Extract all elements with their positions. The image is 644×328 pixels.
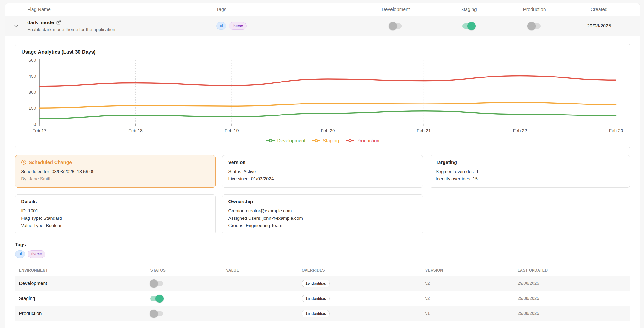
identities-button[interactable]: 15 identities	[302, 295, 330, 303]
tag-theme[interactable]: theme	[229, 22, 246, 30]
scheduled-change-card: Scheduled Change Scheduled for: 03/03/20…	[15, 155, 216, 188]
production-toggle[interactable]	[528, 23, 541, 29]
env-last-updated: 29/08/2025	[518, 281, 630, 286]
flag-name-cell: dark_mode Enable dark mode theme for the…	[27, 19, 216, 33]
env-col-last-updated: Last Updated	[518, 268, 630, 273]
env-value: –	[226, 281, 302, 286]
identity-overrides: Identity overrides: 15	[436, 175, 624, 183]
flag-name[interactable]: dark_mode	[27, 19, 54, 25]
assigned-users: Assigned Users: john@example.com	[228, 215, 417, 222]
collapse-row-button[interactable]	[5, 23, 27, 29]
info-cards-row-2: Details ID: 1001 Flag Type: Standard Val…	[15, 194, 630, 234]
version-card: Version Status: Active Live since: 01/02…	[222, 155, 423, 188]
usage-analytics-chart: 0150300450600Feb 17Feb 18Feb 19Feb 20Feb…	[22, 57, 624, 136]
tag-ui[interactable]: ui	[216, 22, 226, 30]
development-toggle-cell	[360, 23, 432, 29]
legend-development[interactable]: Development	[266, 138, 305, 143]
production-toggle-cell	[506, 23, 563, 29]
legend-label: Staging	[323, 138, 339, 143]
env-production-toggle[interactable]	[150, 311, 163, 316]
col-production: Production	[506, 7, 563, 12]
toggle-knob	[468, 22, 476, 30]
svg-text:300: 300	[28, 90, 36, 95]
scheduled-for: Scheduled for: 03/03/2026, 13:59:09	[21, 168, 210, 175]
svg-text:0: 0	[34, 122, 36, 127]
groups: Groups: Engineering Team	[228, 222, 417, 230]
created-date: 29/08/2025	[563, 23, 635, 29]
info-cards-row-1: Scheduled Change Scheduled for: 03/03/20…	[15, 155, 630, 188]
staging-toggle-cell	[432, 23, 506, 29]
svg-text:Feb 20: Feb 20	[320, 128, 335, 133]
toggle-knob	[528, 22, 536, 30]
env-row-staging: Staging – 15 identities v2 29/08/2025	[15, 291, 630, 306]
legend-label: Development	[277, 138, 305, 143]
svg-text:Feb 22: Feb 22	[513, 128, 527, 133]
env-last-updated: 29/08/2025	[518, 296, 630, 301]
env-version: v1	[425, 311, 518, 316]
creator: Creator: creator@example.com	[228, 207, 417, 215]
env-col-value: Value	[226, 268, 302, 273]
svg-text:Feb 21: Feb 21	[417, 128, 431, 133]
col-staging: Staging	[432, 7, 506, 12]
flag-tags: ui theme	[216, 22, 360, 30]
feature-flag-panel: Flag Name Tags Development Staging Produ…	[5, 3, 640, 328]
svg-text:Feb 18: Feb 18	[128, 128, 142, 133]
svg-text:Feb 23: Feb 23	[609, 128, 623, 133]
scheduled-change-title: Scheduled Change	[29, 160, 72, 165]
version-title: Version	[228, 160, 417, 165]
env-version: v2	[425, 296, 518, 301]
col-tags: Tags	[216, 7, 360, 12]
legend-marker-icon	[345, 139, 355, 142]
version-status: Status: Active	[228, 168, 417, 175]
svg-text:600: 600	[28, 58, 36, 63]
tag-theme[interactable]: theme	[28, 250, 45, 258]
value-type: Value Type: Boolean	[21, 222, 210, 230]
toggle-knob	[156, 295, 164, 303]
env-row-development: Development – 15 identities v2 29/08/202…	[15, 276, 630, 291]
svg-text:150: 150	[28, 106, 36, 111]
chevron-down-icon	[13, 23, 20, 29]
env-name: Development	[15, 281, 150, 286]
env-version: v2	[425, 281, 518, 286]
chart-legend: DevelopmentStagingProduction	[22, 136, 624, 145]
segment-overrides: Segment overrides: 1	[436, 168, 624, 175]
details-title: Details	[21, 199, 210, 204]
env-name: Staging	[15, 296, 150, 301]
environment-table: Environment Status Value Overrides Versi…	[15, 265, 630, 321]
svg-text:450: 450	[28, 74, 36, 79]
usage-analytics-card: Usage Analytics (Last 30 Days) 015030045…	[15, 43, 630, 148]
toggle-knob	[150, 310, 158, 318]
col-created: Created	[563, 7, 635, 12]
targeting-title: Targeting	[436, 160, 624, 165]
version-live-since: Live since: 01/02/2024	[228, 175, 417, 183]
staging-toggle[interactable]	[462, 23, 475, 29]
env-name: Production	[15, 311, 150, 316]
legend-staging[interactable]: Staging	[312, 138, 339, 143]
details-card: Details ID: 1001 Flag Type: Standard Val…	[15, 194, 216, 234]
identities-button[interactable]: 15 identities	[302, 310, 330, 318]
flag-type: Flag Type: Standard	[21, 215, 210, 222]
env-row-production: Production – 15 identities v1 29/08/2025	[15, 306, 630, 321]
env-col-environment: Environment	[15, 268, 150, 273]
env-value: –	[226, 311, 302, 316]
development-toggle[interactable]	[390, 23, 402, 29]
flag-row-dark-mode[interactable]: dark_mode Enable dark mode theme for the…	[5, 15, 640, 36]
legend-marker-icon	[312, 139, 321, 142]
flag-description: Enable dark mode theme for the applicati…	[27, 27, 216, 32]
col-flag-name: Flag Name	[27, 7, 216, 12]
env-development-toggle[interactable]	[150, 281, 163, 286]
tag-ui[interactable]: ui	[15, 250, 25, 258]
legend-label: Production	[356, 138, 380, 143]
env-staging-toggle[interactable]	[150, 296, 163, 301]
external-link-icon[interactable]	[56, 20, 61, 25]
flag-details-expanded: Usage Analytics (Last 30 Days) 015030045…	[5, 36, 640, 328]
legend-production[interactable]: Production	[345, 138, 380, 143]
col-development: Development	[360, 7, 432, 12]
env-value: –	[226, 296, 302, 301]
svg-text:Feb 19: Feb 19	[225, 128, 239, 133]
env-col-version: Version	[425, 268, 518, 273]
tags-section: Tags ui theme	[15, 242, 630, 258]
identities-button[interactable]: 15 identities	[302, 280, 330, 287]
toggle-knob	[150, 280, 158, 288]
chart-title: Usage Analytics (Last 30 Days)	[22, 49, 624, 55]
